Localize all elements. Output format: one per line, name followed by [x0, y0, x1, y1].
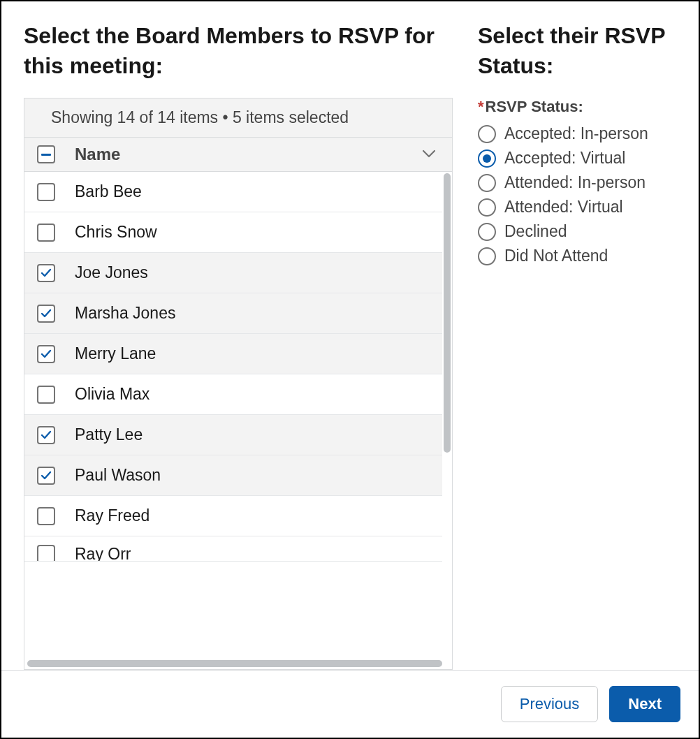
radio-label: Accepted: In-person — [504, 124, 648, 143]
radio-button[interactable] — [478, 149, 496, 168]
previous-button[interactable]: Previous — [501, 686, 599, 722]
table-row[interactable]: Merry Lane — [24, 334, 442, 374]
row-checkbox[interactable] — [37, 305, 55, 323]
rsvp-status-field-label: *RSVP Status: — [478, 98, 676, 116]
members-table: Showing 14 of 14 items • 5 items selecte… — [24, 98, 453, 670]
radio-button[interactable] — [478, 223, 496, 241]
main-content: Select the Board Members to RSVP for thi… — [1, 1, 699, 670]
row-name: Marsha Jones — [75, 304, 175, 323]
radio-label: Declined — [504, 222, 567, 241]
radio-button[interactable] — [478, 125, 496, 143]
vertical-scrollbar[interactable] — [442, 172, 452, 655]
rsvp-status-option[interactable]: Accepted: In-person — [478, 122, 676, 146]
row-name: Olivia Max — [75, 385, 150, 404]
rsvp-status-option[interactable]: Attended: Virtual — [478, 195, 676, 219]
rsvp-status-panel: Select their RSVP Status: *RSVP Status: … — [478, 21, 676, 670]
rsvp-status-radio-group: Accepted: In-personAccepted: VirtualAtte… — [478, 122, 676, 268]
status-heading: Select their RSVP Status: — [478, 21, 676, 81]
row-checkbox[interactable] — [37, 507, 55, 525]
rsvp-status-option[interactable]: Declined — [478, 219, 676, 244]
row-name: Patty Lee — [75, 425, 143, 444]
table-row[interactable]: Joe Jones — [24, 253, 442, 293]
row-checkbox[interactable] — [37, 467, 55, 485]
table-row[interactable]: Barb Bee — [24, 172, 442, 212]
table-row[interactable]: Olivia Max — [24, 374, 442, 415]
indeterminate-icon — [41, 154, 51, 156]
footer-bar: Previous Next — [1, 670, 699, 738]
required-asterisk: * — [478, 98, 484, 115]
table-header-row: Name — [24, 138, 452, 172]
row-checkbox[interactable] — [37, 183, 55, 201]
row-name: Barb Bee — [75, 182, 142, 201]
row-name: Ray Freed — [75, 506, 150, 525]
radio-button[interactable] — [478, 247, 496, 265]
chevron-down-icon[interactable] — [423, 148, 439, 161]
table-row[interactable]: Chris Snow — [24, 212, 442, 253]
row-checkbox[interactable] — [37, 345, 55, 363]
row-name: Merry Lane — [75, 344, 156, 363]
column-header-name[interactable]: Name — [75, 145, 423, 164]
horizontal-scroll-thumb[interactable] — [27, 660, 442, 667]
members-panel: Select the Board Members to RSVP for thi… — [24, 21, 453, 670]
row-name: Chris Snow — [75, 223, 157, 242]
table-row[interactable]: Patty Lee — [24, 415, 442, 455]
row-checkbox[interactable] — [37, 426, 55, 444]
radio-label: Attended: In-person — [504, 173, 646, 192]
select-all-checkbox[interactable] — [37, 145, 55, 163]
table-row[interactable]: Ray Orr — [24, 536, 442, 562]
row-checkbox[interactable] — [37, 386, 55, 404]
table-body: Barb BeeChris SnowJoe JonesMarsha JonesM… — [24, 172, 452, 655]
radio-label: Attended: Virtual — [504, 198, 623, 217]
rsvp-status-option[interactable]: Did Not Attend — [478, 244, 676, 268]
radio-button[interactable] — [478, 198, 496, 217]
row-name: Ray Orr — [75, 545, 131, 562]
radio-button[interactable] — [478, 174, 496, 192]
table-row[interactable]: Ray Freed — [24, 496, 442, 536]
row-checkbox[interactable] — [37, 545, 55, 562]
radio-label: Accepted: Virtual — [504, 149, 625, 168]
row-name: Joe Jones — [75, 263, 148, 282]
table-row[interactable]: Paul Wason — [24, 455, 442, 496]
row-checkbox[interactable] — [37, 264, 55, 282]
rsvp-status-option[interactable]: Attended: In-person — [478, 170, 676, 195]
members-heading: Select the Board Members to RSVP for thi… — [24, 21, 453, 81]
rows-viewport: Barb BeeChris SnowJoe JonesMarsha JonesM… — [24, 172, 442, 603]
row-name: Paul Wason — [75, 466, 161, 485]
vertical-scroll-thumb[interactable] — [444, 173, 451, 453]
next-button[interactable]: Next — [609, 686, 680, 722]
table-row[interactable]: Marsha Jones — [24, 293, 442, 334]
radio-label: Did Not Attend — [504, 247, 608, 265]
horizontal-scrollbar[interactable] — [24, 658, 452, 669]
table-status-text: Showing 14 of 14 items • 5 items selecte… — [24, 98, 452, 138]
row-checkbox[interactable] — [37, 224, 55, 242]
rsvp-status-option[interactable]: Accepted: Virtual — [478, 146, 676, 170]
